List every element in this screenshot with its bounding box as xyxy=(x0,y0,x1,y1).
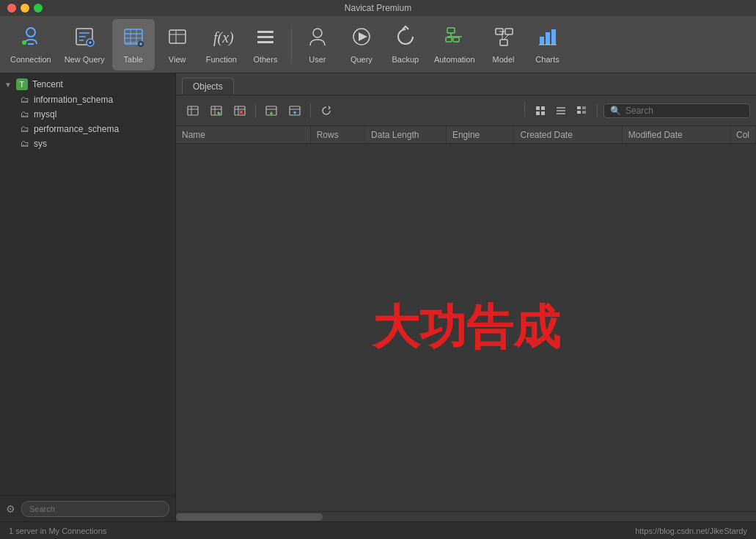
svg-rect-20 xyxy=(447,28,455,33)
svg-point-18 xyxy=(313,29,322,37)
column-header-modified-date[interactable]: Modified Date xyxy=(623,126,730,143)
objects-tab-label: Objects xyxy=(193,81,223,92)
sidebar-db-performance-schema[interactable]: 🗂 performance_schema xyxy=(0,122,175,136)
others-label: Others xyxy=(253,55,277,64)
big-text-display: 大功告成 xyxy=(373,296,560,359)
objects-toolbar-sep-1 xyxy=(255,103,256,118)
column-header-created-date[interactable]: Created Date xyxy=(514,126,622,143)
column-header-rows[interactable]: Rows xyxy=(311,126,365,143)
new-table-button[interactable] xyxy=(182,100,204,121)
automation-label: Automation xyxy=(434,55,475,64)
title-bar: Navicat Premium xyxy=(0,0,756,16)
objects-tab[interactable]: Objects xyxy=(182,78,234,95)
svg-rect-34 xyxy=(546,32,550,45)
column-header-name[interactable]: Name xyxy=(176,126,311,143)
toolbar-others[interactable]: Others xyxy=(244,19,287,70)
svg-line-32 xyxy=(504,34,509,40)
backup-icon xyxy=(394,25,417,52)
objects-tabbar: Objects xyxy=(176,73,756,95)
svg-point-1 xyxy=(22,40,26,45)
table-label: Table xyxy=(124,55,143,64)
column-header-engine[interactable]: Engine xyxy=(447,126,515,143)
automation-icon xyxy=(443,25,466,52)
sidebar-tree: ▼ T Tencent 🗂 information_schema 🗂 mysql… xyxy=(0,73,175,495)
db-icon-sys: 🗂 xyxy=(21,139,29,149)
close-button[interactable] xyxy=(7,4,16,12)
search-icon: 🔍 xyxy=(610,106,621,116)
new-table-wizard-button[interactable] xyxy=(205,100,227,121)
model-icon xyxy=(492,25,515,52)
new-query-icon xyxy=(73,25,96,52)
sidebar-db-mysql[interactable]: 🗂 mysql xyxy=(0,107,175,122)
toolbar-view[interactable]: View xyxy=(156,19,199,70)
toolbar-query[interactable]: Query xyxy=(340,19,383,70)
connection-label: Connection xyxy=(10,55,51,64)
sidebar: ▼ T Tencent 🗂 information_schema 🗂 mysql… xyxy=(0,73,176,521)
toolbar-automation[interactable]: Automation xyxy=(428,19,481,70)
svg-rect-33 xyxy=(540,37,544,45)
status-right: https://blog.csdn.net/JikeStardy xyxy=(635,527,747,535)
sidebar-footer: ⚙ xyxy=(0,495,175,521)
status-left: 1 server in My Connections xyxy=(9,527,106,535)
content-area: Objects xyxy=(176,73,756,521)
scrollbar-thumb[interactable] xyxy=(176,513,323,521)
toolbar-sep-1 xyxy=(291,26,292,63)
backup-label: Backup xyxy=(392,55,419,64)
delete-table-button[interactable] xyxy=(229,100,251,121)
db-name-information-schema: information_schema xyxy=(34,95,113,105)
db-name-sys: sys xyxy=(34,139,47,149)
db-icon-mysql: 🗂 xyxy=(21,109,29,120)
maximize-button[interactable] xyxy=(34,4,43,12)
horizontal-scrollbar[interactable] xyxy=(176,511,756,521)
objects-toolbar-sep-3 xyxy=(597,103,598,118)
column-header-col[interactable]: Col xyxy=(730,126,756,143)
minimize-button[interactable] xyxy=(21,4,29,12)
view-icon xyxy=(166,25,189,52)
sidebar-db-sys[interactable]: 🗂 sys xyxy=(0,136,175,151)
export-button[interactable] xyxy=(284,100,306,121)
sidebar-connection-tencent[interactable]: ▼ T Tencent xyxy=(0,76,175,92)
objects-toolbar-sep-2 xyxy=(310,103,311,118)
toolbar-table[interactable]: Table xyxy=(112,19,155,70)
user-icon xyxy=(306,25,329,52)
toolbar-model[interactable]: Model xyxy=(482,19,525,70)
objects-search-input[interactable] xyxy=(625,106,743,116)
others-icon xyxy=(254,25,277,52)
query-label: Query xyxy=(351,55,373,64)
svg-point-0 xyxy=(26,28,35,37)
svg-rect-52 xyxy=(536,106,540,110)
svg-rect-16 xyxy=(257,36,274,38)
db-icon-information-schema: 🗂 xyxy=(21,95,29,105)
svg-rect-23 xyxy=(446,37,452,42)
view-sep xyxy=(524,102,525,117)
toolbar-backup[interactable]: Backup xyxy=(384,19,427,70)
toolbar-charts[interactable]: Charts xyxy=(526,19,569,70)
toolbar-new-query[interactable]: New Query xyxy=(59,19,111,70)
content-body: 大功告成 xyxy=(176,144,756,511)
import-button[interactable] xyxy=(260,100,282,121)
sidebar-settings-icon[interactable]: ⚙ xyxy=(6,503,15,515)
toolbar-user[interactable]: User xyxy=(296,19,339,70)
table-icon xyxy=(122,25,145,52)
column-header-data-length[interactable]: Data Length xyxy=(365,126,447,143)
connection-icon-letter: T xyxy=(20,81,24,89)
toolbar-function[interactable]: f(x) Function xyxy=(200,19,243,70)
refresh-button[interactable] xyxy=(315,100,337,121)
sidebar-db-information-schema[interactable]: 🗂 information_schema xyxy=(0,92,175,107)
main-toolbar: Connection New Query xyxy=(0,16,756,73)
query-icon xyxy=(350,25,373,52)
charts-label: Charts xyxy=(535,55,559,64)
list-view-button[interactable] xyxy=(551,102,570,120)
svg-rect-55 xyxy=(541,111,545,115)
new-query-label: New Query xyxy=(65,55,105,64)
connection-icon xyxy=(19,25,43,52)
svg-rect-53 xyxy=(541,106,545,110)
toolbar-connection[interactable]: Connection xyxy=(4,19,57,70)
grid-view-button[interactable] xyxy=(531,102,550,120)
function-icon: f(x) xyxy=(210,25,233,52)
sidebar-search-input[interactable] xyxy=(21,501,169,517)
objects-toolbar: 🔍 xyxy=(176,95,756,126)
db-name-performance-schema: performance_schema xyxy=(34,124,119,134)
detail-view-button[interactable] xyxy=(572,102,591,120)
charts-icon xyxy=(536,25,559,52)
